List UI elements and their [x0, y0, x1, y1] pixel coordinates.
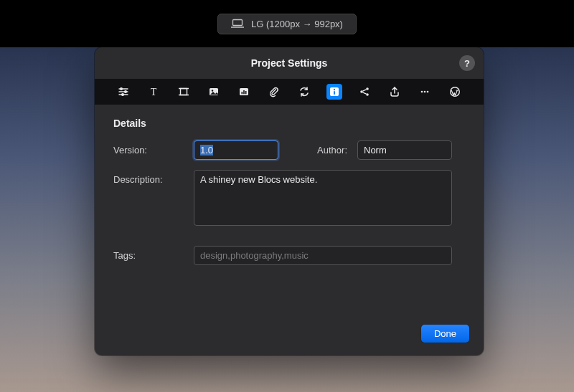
- svg-point-20: [360, 90, 363, 93]
- tab-attachments[interactable]: [266, 84, 282, 100]
- tab-more[interactable]: [417, 84, 433, 100]
- svg-point-4: [121, 88, 123, 90]
- svg-point-12: [212, 90, 213, 91]
- svg-point-6: [122, 94, 124, 96]
- done-button[interactable]: Done: [421, 325, 469, 343]
- svg-line-24: [363, 92, 367, 94]
- tags-label: Tags:: [113, 246, 194, 261]
- tab-analytics[interactable]: [236, 84, 252, 100]
- modal-footer: Done: [95, 316, 484, 355]
- modal-content: Details Version: Author: Description: Ta…: [95, 105, 484, 316]
- modal-title: Project Settings: [251, 57, 328, 69]
- svg-line-23: [363, 90, 367, 91]
- tab-typography[interactable]: T: [146, 84, 161, 100]
- tab-export[interactable]: [387, 84, 403, 100]
- help-button[interactable]: ?: [459, 55, 475, 71]
- window-topbar: LG (1200px → 992px): [0, 0, 574, 47]
- svg-point-18: [334, 89, 335, 90]
- author-label: Author:: [294, 140, 357, 156]
- svg-rect-14: [242, 92, 243, 94]
- svg-point-21: [366, 87, 369, 90]
- tab-sync[interactable]: [296, 84, 312, 100]
- svg-rect-16: [245, 91, 247, 94]
- project-settings-modal: Project Settings ? T: [95, 47, 484, 355]
- row-description: Description:: [113, 170, 465, 229]
- tab-share[interactable]: [357, 84, 372, 100]
- svg-point-26: [424, 91, 426, 93]
- modal-header: Project Settings ?: [95, 47, 484, 79]
- svg-point-27: [427, 91, 429, 93]
- settings-tabbar: T: [95, 79, 484, 105]
- tab-crop[interactable]: [176, 84, 192, 100]
- svg-text:T: T: [151, 87, 157, 97]
- version-label: Version:: [113, 140, 194, 156]
- description-label: Description:: [113, 170, 194, 185]
- description-textarea[interactable]: [194, 170, 452, 226]
- tags-input[interactable]: [194, 246, 452, 265]
- version-input[interactable]: [194, 140, 278, 160]
- svg-rect-15: [243, 90, 245, 94]
- tab-image[interactable]: [206, 84, 222, 100]
- row-version-author: Version: Author:: [113, 140, 465, 160]
- breakpoint-pill[interactable]: LG (1200px → 992px): [217, 14, 357, 34]
- tab-wordpress[interactable]: [447, 84, 463, 100]
- tab-info[interactable]: [326, 84, 342, 100]
- breakpoint-label: LG (1200px → 992px): [251, 19, 343, 29]
- svg-rect-19: [334, 91, 335, 95]
- svg-rect-0: [233, 20, 243, 26]
- laptop-icon: [231, 19, 244, 29]
- svg-point-22: [366, 93, 369, 96]
- help-icon: ?: [464, 58, 470, 69]
- svg-rect-8: [181, 89, 187, 95]
- author-input[interactable]: [357, 140, 452, 160]
- section-title: Details: [113, 118, 465, 129]
- svg-point-5: [125, 91, 127, 93]
- row-tags: Tags:: [113, 246, 465, 265]
- tab-sliders[interactable]: [116, 84, 131, 100]
- svg-point-25: [421, 91, 423, 93]
